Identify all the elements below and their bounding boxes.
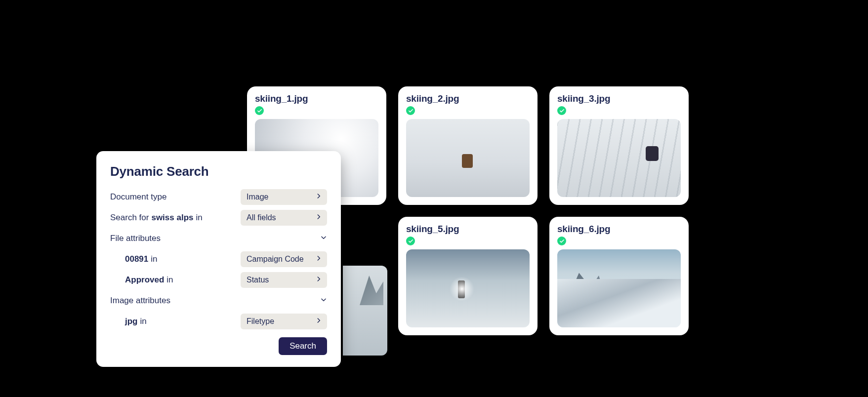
- result-thumbnail: [406, 119, 530, 197]
- doc-type-select[interactable]: Image: [241, 189, 327, 205]
- panel-title: Dynamic Search: [110, 164, 327, 179]
- status-select[interactable]: Status: [241, 272, 327, 288]
- result-thumbnail: [557, 119, 681, 197]
- result-filename: skiing_1.jpg: [255, 93, 378, 104]
- result-card[interactable]: skiing_5.jpg: [398, 217, 537, 335]
- result-filename: skiing_6.jpg: [557, 224, 681, 235]
- image-attributes-label: Image attributes: [110, 296, 170, 306]
- row-status: Approved in Status: [110, 271, 327, 289]
- result-card[interactable]: skiing_6.jpg: [549, 217, 689, 335]
- attr3-value: jpg: [125, 317, 138, 326]
- result-filename: skiing_3.jpg: [557, 93, 681, 104]
- attr1-suffix: in: [151, 254, 157, 264]
- result-card[interactable]: skiing_2.jpg: [398, 86, 537, 205]
- approved-check-icon: [406, 106, 415, 115]
- approved-check-icon: [255, 106, 264, 115]
- attr3-field: Filetype: [247, 317, 274, 326]
- dynamic-search-panel: Dynamic Search Document type Image Searc…: [96, 151, 341, 367]
- attr3-suffix: in: [140, 317, 147, 326]
- search-scope-value: All fields: [247, 213, 276, 222]
- row-campaign-code: 00891 in Campaign Code: [110, 250, 327, 268]
- row-search-term: Search for swiss alps in All fields: [110, 209, 327, 227]
- result-thumbnail-partial: [343, 266, 387, 356]
- search-term: swiss alps: [151, 213, 193, 223]
- row-image-attributes-header[interactable]: Image attributes: [110, 292, 327, 310]
- search-button[interactable]: Search: [279, 337, 327, 355]
- row-file-attributes-header[interactable]: File attributes: [110, 230, 327, 247]
- image-attributes-toggle[interactable]: [312, 296, 327, 306]
- chevron-down-icon: [320, 234, 327, 243]
- result-thumbnail: [557, 249, 681, 327]
- result-thumbnail: [406, 249, 530, 327]
- chevron-right-icon: [315, 255, 322, 264]
- attr1-value: 00891: [125, 254, 148, 264]
- approved-check-icon: [406, 237, 415, 245]
- search-for-prefix: Search for: [110, 213, 149, 223]
- file-attributes-label: File attributes: [110, 234, 161, 243]
- attr2-suffix: in: [166, 275, 173, 285]
- row-filetype: jpg in Filetype: [110, 313, 327, 330]
- campaign-code-select[interactable]: Campaign Code: [241, 251, 327, 267]
- search-scope-select[interactable]: All fields: [241, 210, 327, 226]
- attr2-field: Status: [247, 276, 269, 284]
- approved-check-icon: [557, 106, 566, 115]
- result-filename: skiing_2.jpg: [406, 93, 530, 104]
- chevron-down-icon: [320, 296, 327, 306]
- doc-type-value: Image: [247, 193, 268, 201]
- doc-type-label: Document type: [110, 192, 166, 202]
- chevron-right-icon: [315, 276, 322, 284]
- filetype-select[interactable]: Filetype: [241, 314, 327, 329]
- result-card[interactable]: skiing_3.jpg: [549, 86, 689, 205]
- chevron-right-icon: [315, 193, 322, 201]
- chevron-right-icon: [315, 213, 322, 222]
- attr2-value: Approved: [125, 275, 164, 285]
- file-attributes-toggle[interactable]: [312, 234, 327, 243]
- row-document-type: Document type Image: [110, 188, 327, 206]
- attr1-field: Campaign Code: [247, 255, 304, 264]
- chevron-right-icon: [315, 317, 322, 326]
- approved-check-icon: [557, 237, 566, 245]
- result-filename: skiing_5.jpg: [406, 224, 530, 235]
- search-for-suffix: in: [196, 213, 203, 223]
